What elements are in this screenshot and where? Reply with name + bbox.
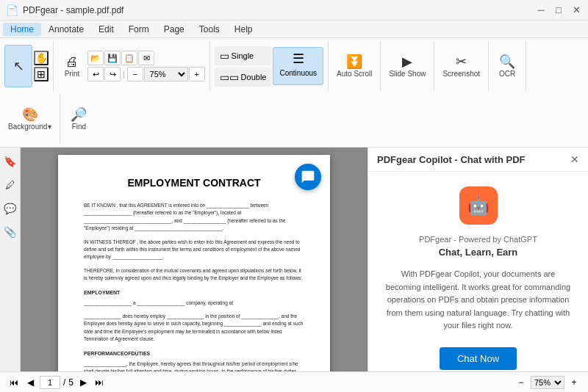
title-bar-left: 📄 PDFgear - sample.pdf.pdf [6, 4, 123, 16]
copilot-close-button[interactable]: ✕ [570, 153, 579, 165]
double-view-button[interactable]: ▭▭ Double [215, 68, 272, 87]
pdf-section-employment: EMPLOYMENT [84, 288, 304, 297]
pdf-para1: BE IT KNOWN , that this AGREEMENT is ent… [84, 202, 304, 233]
double-icon: ▭▭ [220, 71, 239, 83]
chat-fab-button[interactable] [295, 164, 321, 190]
pdf-employment2: ______________ does hereby employ ______… [84, 313, 304, 344]
bottom-right: − 75%50%100% + [514, 376, 581, 389]
menu-home[interactable]: Home [3, 23, 41, 36]
save-button[interactable]: 💾 [104, 51, 121, 65]
current-page-input[interactable] [40, 376, 60, 389]
sidebar-annotation-icon[interactable]: 🖊 [2, 177, 18, 193]
pdf-title: EMPLOYMENT CONTRACT [84, 177, 304, 189]
app-icon: 📄 [6, 4, 18, 16]
menu-page[interactable]: Page [157, 23, 192, 36]
copilot-logo-icon: 🤖 [467, 195, 490, 216]
single-view-button[interactable]: ▭ Single [215, 46, 272, 65]
select-tool-button[interactable]: ↖ [4, 45, 32, 87]
print-icon: 🖨 [65, 55, 79, 68]
bottom-bar: ⏮ ◀ / 5 ▶ ⏭ − 75%50%100% + [0, 371, 588, 392]
toolbar-find-group: 🔎 Find [65, 94, 97, 144]
pdf-page: EMPLOYMENT CONTRACT BE IT KNOWN , that t… [58, 155, 330, 371]
view-mode-buttons: ▭ Single ▭▭ Double [215, 46, 272, 87]
find-icon: 🔎 [71, 108, 87, 121]
zoom-out-bottom-button[interactable]: − [514, 376, 528, 389]
menu-tools[interactable]: Tools [192, 23, 227, 36]
email-button[interactable]: ✉ [138, 51, 154, 65]
copilot-header: PDFgear Copilot - Chat with PDF ✕ [368, 148, 588, 172]
ocr-label: OCR [499, 70, 515, 78]
pdf-para2: IN WITNESS THEREOF , the above parties w… [84, 239, 304, 261]
sidebar-comment-icon[interactable]: 💬 [2, 200, 18, 217]
marquee-tool-button[interactable]: ⊞ [34, 67, 49, 81]
cursor-icon: ↖ [13, 59, 24, 73]
pdf-section-performance: PERFORMANCEOFDUTIES [84, 349, 304, 357]
toolbar-ocr-group: 🔍 OCR [493, 41, 526, 91]
sidebar-bookmark-icon[interactable]: 🔖 [2, 153, 18, 170]
slideshow-button[interactable]: ▶ Slide Show [385, 45, 429, 87]
pdf-employment1: __________________ a __________________ … [84, 300, 304, 307]
background-dropdown-icon: ▾ [48, 123, 51, 131]
find-label: Find [72, 123, 86, 131]
zoom-out-button[interactable]: − [127, 67, 143, 81]
redo-button[interactable]: ↪ [104, 67, 121, 81]
continuous-icon: ☰ [293, 51, 304, 67]
toolbar-screenshot-group: ✂ Screenshot [439, 41, 489, 91]
toolbar-icons-col: 📂 💾 📋 ✉ ↩ ↪ | − 75%50%100%125% + [87, 51, 205, 81]
menu-help[interactable]: Help [227, 23, 260, 36]
copilot-logo: 🤖 [459, 186, 498, 225]
minimize-button[interactable]: ─ [535, 4, 547, 16]
pdf-viewer[interactable]: EMPLOYMENT CONTRACT BE IT KNOWN , that t… [21, 148, 368, 371]
toolbar: ↖ ✋ ⊞ 🖨 Print 📂 💾 📋 ✉ ↩ ↪ | − [0, 38, 588, 148]
copilot-title: PDFgear Copilot - Chat with PDF [377, 154, 526, 165]
open-button[interactable]: 📂 [87, 51, 104, 65]
main-content: 🔖 🖊 💬 📎 EMPLOYMENT CONTRACT BE IT KNOWN … [0, 148, 588, 371]
toolbar-hand-group: ✋ ⊞ [34, 51, 49, 81]
autoscroll-icon: ⏬ [346, 55, 362, 68]
prev-page-button[interactable]: ◀ [24, 376, 37, 389]
left-sidebar: 🔖 🖊 💬 📎 [0, 148, 21, 371]
background-icon: 🎨 [22, 108, 38, 121]
autoscroll-button[interactable]: ⏬ Auto Scroll [333, 45, 376, 87]
copilot-description: With PDFgear Copilot, your documents are… [383, 268, 573, 333]
toolbar-background-group: 🎨 Background ▾ [4, 94, 60, 144]
chat-now-button[interactable]: Chat Now [440, 347, 517, 370]
continuous-view-button[interactable]: ☰ Continuous [273, 47, 323, 85]
menu-edit[interactable]: Edit [91, 23, 121, 36]
first-page-button[interactable]: ⏮ [7, 376, 21, 389]
separator: | [121, 70, 126, 79]
maximize-button[interactable]: □ [553, 4, 564, 16]
next-page-button[interactable]: ▶ [76, 376, 90, 389]
screenshot-button[interactable]: ✂ Screenshot [439, 45, 484, 87]
menu-annotate[interactable]: Annotate [41, 23, 91, 36]
slideshow-icon: ▶ [402, 55, 412, 68]
window-title: PDFgear - sample.pdf.pdf [23, 5, 123, 15]
zoom-in-button[interactable]: + [189, 67, 205, 81]
print-button[interactable]: 🖨 Print [58, 45, 86, 87]
title-bar-controls: ─ □ ✕ [535, 4, 582, 16]
pdf-para3: THEREFORE, in consideration of the mutua… [84, 267, 304, 283]
title-bar: 📄 PDFgear - sample.pdf.pdf ─ □ ✕ [0, 0, 588, 21]
close-button[interactable]: ✕ [570, 4, 582, 16]
background-button[interactable]: 🎨 Background ▾ [4, 98, 55, 140]
copilot-body: 🤖 PDFgear - Powered by ChatGPT Chat, Lea… [368, 172, 588, 371]
background-label: Background ▾ [8, 123, 51, 131]
single-label: Single [232, 51, 254, 60]
ocr-button[interactable]: 🔍 OCR [493, 45, 521, 87]
zoom-select[interactable]: 75%50%100%125% [144, 67, 188, 81]
zoom-bottom-select[interactable]: 75%50%100% [531, 376, 564, 389]
print-label: Print [65, 70, 80, 78]
double-label: Double [241, 73, 267, 81]
zoom-in-bottom-button[interactable]: + [567, 376, 581, 389]
undo-button[interactable]: ↩ [87, 67, 104, 81]
page-separator: / [63, 377, 65, 388]
last-page-button[interactable]: ⏭ [93, 376, 106, 389]
toolbar-icons-row1: 📂 💾 📋 ✉ [87, 51, 205, 65]
ocr-icon: 🔍 [499, 55, 515, 68]
sidebar-attachment-icon[interactable]: 📎 [2, 224, 18, 240]
find-button[interactable]: 🔎 Find [65, 98, 93, 140]
menu-form[interactable]: Form [121, 23, 157, 36]
save-as-button[interactable]: 📋 [121, 51, 137, 65]
continuous-label: Continuous [279, 69, 317, 77]
hand-tool-button[interactable]: ✋ [34, 51, 49, 65]
